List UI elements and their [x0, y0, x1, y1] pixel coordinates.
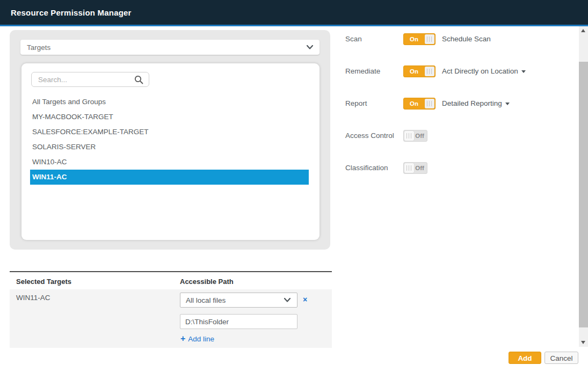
permissions-panel: Scan On Schedule Scan Remediate On Act D…: [345, 26, 579, 209]
scrollbar-up-icon[interactable]: [579, 26, 588, 35]
toggle-state-label: Off: [412, 130, 427, 141]
report-option-dropdown[interactable]: Detailed Reporting: [442, 97, 510, 110]
toggle-state-label: On: [404, 98, 424, 109]
target-list-item[interactable]: All Targets and Groups: [30, 94, 309, 110]
toggle-state-label: Off: [412, 163, 427, 173]
add-button[interactable]: Add: [509, 352, 541, 364]
access-control-label: Access Control: [345, 129, 394, 142]
grip-icon: [427, 69, 432, 74]
target-list-item[interactable]: MY-MACBOOK-TARGET: [30, 110, 309, 125]
access-control-toggle[interactable]: Off: [403, 130, 427, 142]
table-divider: [10, 271, 332, 272]
dialog-title: Resource Permission Manager: [11, 8, 132, 17]
cancel-button[interactable]: Cancel: [545, 352, 578, 364]
toggle-knob: [425, 67, 434, 76]
table-row: WIN11-AC All local files × + Add line: [10, 289, 332, 348]
grip-icon: [427, 37, 432, 42]
permission-row-classification: Classification Off: [345, 162, 579, 174]
target-search: [31, 72, 149, 87]
target-list: All Targets and Groups MY-MACBOOK-TARGET…: [30, 94, 309, 185]
scan-label: Scan: [345, 33, 362, 46]
toggle-knob: [425, 99, 434, 108]
targets-listbox: All Targets and Groups MY-MACBOOK-TARGET…: [21, 63, 320, 240]
dialog-header: Resource Permission Manager: [0, 0, 588, 26]
remediate-label: Remediate: [345, 65, 380, 78]
target-list-item[interactable]: SALESFORCE:EXAMPLE-TARGET: [30, 125, 309, 140]
target-list-item[interactable]: SOLARIS-SERVER: [30, 140, 309, 155]
chevron-down-icon: [307, 45, 313, 49]
grip-icon: [406, 165, 412, 171]
caret-down-icon: [521, 70, 526, 73]
target-type-select-value: Targets: [27, 43, 307, 52]
chevron-down-icon: [284, 298, 291, 302]
target-type-select[interactable]: Targets: [20, 40, 320, 55]
permission-row-scan: Scan On Schedule Scan: [345, 33, 579, 46]
target-list-item-selected[interactable]: WIN11-AC: [30, 170, 309, 185]
permission-row-remediate: Remediate On Act Directly on Location: [345, 65, 579, 78]
target-list-item[interactable]: WIN10-AC: [30, 155, 309, 170]
permission-row-report: Report On Detailed Reporting: [345, 97, 579, 110]
targets-panel: Targets All Targets and Groups MY-MACBOO…: [10, 30, 330, 250]
scan-option-label: Schedule Scan: [442, 33, 491, 46]
add-line-link[interactable]: + Add line: [180, 334, 214, 343]
plus-icon: +: [180, 334, 185, 343]
column-header-selected-targets: Selected Targets: [16, 278, 71, 286]
toggle-knob: [425, 34, 434, 44]
selected-target-name: WIN11-AC: [16, 294, 50, 302]
remove-row-icon[interactable]: ×: [303, 295, 307, 304]
scrollbar-down-icon[interactable]: [579, 338, 588, 347]
permission-row-access-control: Access Control Off: [345, 129, 579, 142]
search-icon[interactable]: [134, 75, 143, 84]
column-header-accessible-path: Accessible Path: [180, 278, 234, 286]
report-toggle[interactable]: On: [403, 98, 435, 110]
path-type-select[interactable]: All local files: [180, 293, 297, 308]
path-input[interactable]: [180, 314, 297, 329]
remediate-option-dropdown[interactable]: Act Directly on Location: [442, 65, 526, 78]
grip-icon: [406, 133, 412, 138]
toggle-state-label: On: [404, 66, 424, 77]
classification-toggle[interactable]: Off: [403, 162, 427, 174]
grip-icon: [427, 101, 432, 106]
caret-down-icon: [505, 103, 510, 105]
classification-label: Classification: [345, 162, 388, 174]
scrollbar[interactable]: [579, 26, 588, 347]
path-type-select-value: All local files: [186, 296, 284, 304]
add-line-label: Add line: [188, 335, 214, 343]
scrollbar-thumb[interactable]: [579, 62, 588, 327]
toggle-state-label: On: [404, 34, 424, 45]
scan-toggle[interactable]: On: [403, 33, 435, 45]
remediate-toggle[interactable]: On: [403, 65, 435, 77]
search-input[interactable]: [37, 75, 134, 84]
report-label: Report: [345, 97, 367, 110]
